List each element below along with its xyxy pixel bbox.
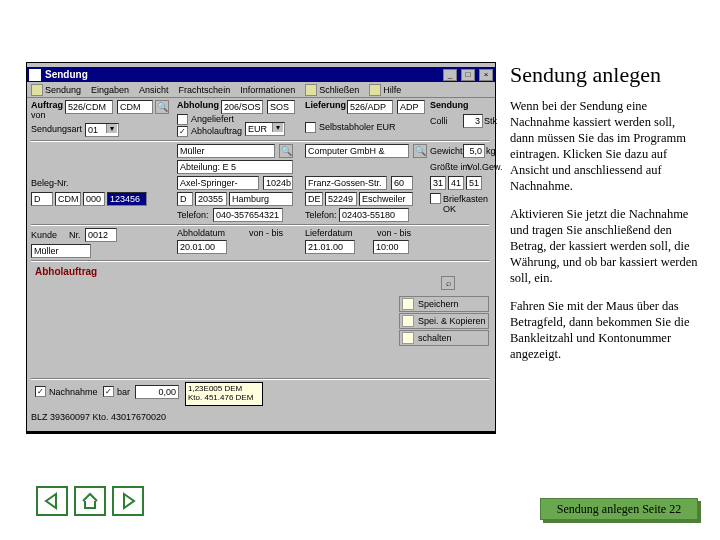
close-button[interactable]: ×: [479, 69, 493, 81]
menu-label: Frachtschein: [179, 85, 231, 95]
nachnahme-checkbox[interactable]: ✓: [35, 386, 46, 397]
window-title: Sendung: [45, 69, 439, 80]
menu-sendung[interactable]: Sendung: [31, 84, 81, 96]
city1-field[interactable]: Hamburg: [229, 192, 293, 206]
menu-label: Sendung: [45, 85, 81, 95]
button-group: Speichern Spei. & Kopieren schalten: [399, 296, 489, 347]
telefon1-field[interactable]: 040-357654321: [213, 208, 283, 222]
auftrag-field1[interactable]: 526/CDM: [65, 100, 113, 114]
home-icon: [80, 491, 100, 511]
abholung-field1[interactable]: 206/SOS: [221, 100, 263, 114]
nav-next-button[interactable]: [112, 486, 144, 516]
kunde-nr-field[interactable]: 0012: [85, 228, 117, 242]
instruction-p2: Aktivieren Sie jetzt die Nachnahme und t…: [510, 206, 700, 286]
arrow-left-icon: [42, 491, 62, 511]
speichern-kopieren-button[interactable]: Spei. & Kopieren: [399, 313, 489, 329]
nav-buttons: [36, 486, 144, 516]
search-icon[interactable]: 🔍: [279, 144, 293, 158]
lieferung-field1[interactable]: 526/ADP: [347, 100, 393, 114]
stk-label: Stk: [484, 116, 497, 126]
maximize-button[interactable]: □: [461, 69, 475, 81]
gewicht-field[interactable]: 5,0: [463, 144, 485, 158]
search-icon[interactable]: 🔍: [155, 100, 169, 114]
page-title: Sendung anlegen: [510, 62, 700, 88]
app-window: Sendung _ □ × Sendung Eingaben Ansicht F…: [26, 62, 496, 432]
auftrag-field2[interactable]: CDM: [117, 100, 153, 114]
eur-dropdown[interactable]: EUR: [245, 122, 285, 136]
plz1c-field[interactable]: D: [177, 192, 193, 206]
dim2-field[interactable]: 41: [448, 176, 464, 190]
tooltip: 1,23E005 DEM Kto. 451.476 DEM: [185, 382, 263, 406]
name1-field[interactable]: Müller: [177, 144, 275, 158]
window-icon: [29, 69, 41, 81]
kunde-nr-label: Nr.: [69, 230, 81, 240]
dim3-field[interactable]: 51: [466, 176, 482, 190]
lieferung-field2[interactable]: ADP: [397, 100, 425, 114]
lieferzeit-field[interactable]: 10:00: [373, 240, 409, 254]
selbstabholer-checkbox[interactable]: [305, 122, 316, 133]
scan-icon[interactable]: ⌕: [441, 276, 455, 290]
menu-label: Informationen: [240, 85, 295, 95]
telefon2-field[interactable]: 02403-55180: [339, 208, 409, 222]
dim1-field[interactable]: 31: [430, 176, 446, 190]
hnr2-field[interactable]: 60: [391, 176, 413, 190]
schalten-button[interactable]: schalten: [399, 330, 489, 346]
lieferdatum-field[interactable]: 21.01.00: [305, 240, 355, 254]
plz-d[interactable]: 123456: [107, 192, 147, 206]
tooltip-line1: 1,23E005 DEM: [188, 384, 260, 393]
kunde-label: Kunde: [31, 230, 57, 240]
bar-label: bar: [117, 387, 130, 397]
folder-icon: [31, 84, 43, 96]
vonbis1-label: von - bis: [249, 228, 283, 238]
switch-icon: [402, 332, 414, 344]
speichern-button[interactable]: Speichern: [399, 296, 489, 312]
abholung-field2[interactable]: SOS: [267, 100, 295, 114]
menu-eingaben[interactable]: Eingaben: [91, 85, 129, 95]
name2-field[interactable]: Computer GmbH & Co.KG: [305, 144, 409, 158]
footer-badge: Sendung anlegen Seite 22: [540, 498, 698, 520]
close-icon: [305, 84, 317, 96]
menu-label: Eingaben: [91, 85, 129, 95]
city2-field[interactable]: Eschweiler: [359, 192, 413, 206]
nav-home-button[interactable]: [74, 486, 106, 516]
bar-checkbox[interactable]: ✓: [103, 386, 114, 397]
plz2c-field[interactable]: DE: [305, 192, 323, 206]
menu-frachtschein[interactable]: Frachtschein: [179, 85, 231, 95]
angeliefert-label: Angeliefert: [191, 114, 234, 124]
betrag-field[interactable]: 0,00: [135, 385, 179, 399]
abholung-label: Abholung: [177, 100, 219, 110]
menu-informationen[interactable]: Informationen: [240, 85, 295, 95]
street1-field[interactable]: Axel-Springer-Platz: [177, 176, 259, 190]
menu-ansicht[interactable]: Ansicht: [139, 85, 169, 95]
abholauftrag-heading: Abholauftrag: [35, 266, 97, 277]
abteilung-field[interactable]: Abteilung: E 5: [177, 160, 293, 174]
help-icon: [369, 84, 381, 96]
search-icon[interactable]: 🔍: [413, 144, 427, 158]
plz1-field[interactable]: 20355: [195, 192, 227, 206]
plz-c[interactable]: 000: [83, 192, 105, 206]
nachnahme-label: Nachnahme: [49, 387, 98, 397]
colli-field[interactable]: 3: [463, 114, 483, 128]
hnr1-field[interactable]: 1024b: [263, 176, 293, 190]
btn-label: Spei. & Kopieren: [418, 316, 486, 326]
abholdatum-field[interactable]: 20.01.00: [177, 240, 227, 254]
street2-field[interactable]: Franz-Gossen-Str.: [305, 176, 387, 190]
angeliefert-checkbox[interactable]: [177, 114, 188, 125]
briefkasten-checkbox[interactable]: [430, 193, 441, 204]
nav-prev-button[interactable]: [36, 486, 68, 516]
plz-a[interactable]: D: [31, 192, 53, 206]
gewicht-label: Gewicht: [430, 146, 463, 156]
telefon1-label: Telefon:: [177, 210, 209, 220]
plz2-field[interactable]: 52249: [325, 192, 357, 206]
groesste-label: Größte im: [430, 162, 470, 172]
menu-schliessen[interactable]: Schließen: [305, 84, 359, 96]
sendungsart-dropdown[interactable]: 01: [85, 123, 119, 137]
save-icon: [402, 298, 414, 310]
abholauftrag-checkbox[interactable]: ✓: [177, 126, 188, 137]
copy-icon: [402, 315, 414, 327]
kunde-name-field[interactable]: Müller: [31, 244, 91, 258]
kg-label: kg: [486, 146, 496, 156]
minimize-button[interactable]: _: [443, 69, 457, 81]
plz-b[interactable]: CDM: [55, 192, 81, 206]
menu-hilfe[interactable]: Hilfe: [369, 84, 401, 96]
